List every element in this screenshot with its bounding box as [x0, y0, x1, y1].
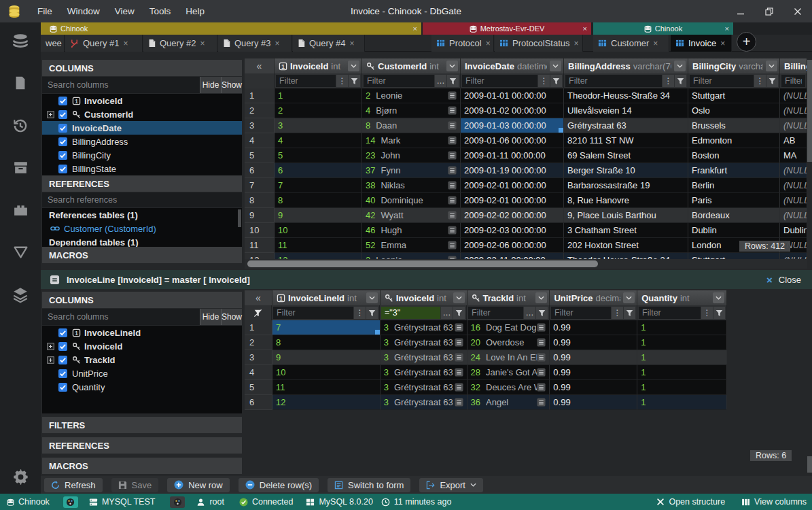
cell-address[interactable]: 69 Salem Street	[564, 148, 688, 163]
checkbox[interactable]	[58, 165, 67, 173]
menu-view[interactable]: View	[107, 6, 142, 16]
column-item-invoicelineid[interactable]: 1InvoiceLineId	[42, 326, 242, 339]
cell-id[interactable]: 4	[275, 133, 362, 148]
cell-track[interactable]: 28Janie's Got A Gun	[467, 365, 550, 380]
cell-state[interactable]: (NULL)	[780, 118, 807, 133]
search-references-input[interactable]	[42, 192, 242, 207]
open-reference-icon[interactable]	[537, 398, 546, 407]
checkbox[interactable]	[58, 124, 67, 133]
detail-hide-button[interactable]: Hide	[200, 309, 221, 325]
tab-protocolstatus[interactable]: ProtocolStatus×	[495, 35, 583, 52]
minimize-icon[interactable]	[726, 0, 755, 22]
filter-input-invoiceid[interactable]	[381, 307, 440, 319]
status-11-minutes-ago[interactable]: 11 minutes ago	[381, 497, 452, 507]
show-button[interactable]: Show	[221, 77, 242, 93]
detail-show-button[interactable]: Show	[221, 309, 242, 325]
cell-quantity[interactable]: 1	[637, 335, 727, 350]
cell-track[interactable]: 16Dog Eat Dog	[467, 320, 550, 335]
detail-search-columns-input[interactable]	[42, 309, 200, 325]
cell-line_id[interactable]: 7	[272, 320, 381, 335]
tab-query-#2[interactable]: Query #2×	[143, 35, 217, 52]
cell-state[interactable]: (NULL)	[780, 88, 807, 103]
cell-date[interactable]: 2009-02-03 00:00:00	[461, 223, 564, 238]
checkbox[interactable]	[58, 110, 67, 119]
palette-swatch[interactable]	[63, 496, 78, 508]
cell-date[interactable]: 2009-02-01 00:00:00	[461, 193, 564, 208]
cell-city[interactable]: Dublin	[688, 223, 780, 238]
checkbox[interactable]	[58, 328, 67, 337]
cell-state[interactable]: (NULL)	[780, 178, 807, 193]
column-menu-chevron[interactable]	[366, 292, 378, 303]
cell-track[interactable]: 24Love In An Elevator	[467, 350, 550, 365]
reference-link[interactable]: Customer (CustomerId)	[42, 222, 242, 235]
cell-quantity[interactable]: 1	[637, 365, 727, 380]
menu-help[interactable]: Help	[178, 6, 212, 16]
column-header-billingcity[interactable]: BillingCityvarchar	[688, 58, 780, 73]
database-color-swatch[interactable]	[63, 496, 78, 508]
filter-menu-icon[interactable]: ⋮	[663, 75, 674, 87]
cell-id[interactable]: 9	[275, 208, 362, 223]
close-tab-icon[interactable]: ×	[349, 39, 354, 48]
cell-city[interactable]: Paris	[688, 193, 780, 208]
column-menu-chevron[interactable]	[446, 61, 458, 71]
references-scrollbar[interactable]	[238, 209, 241, 227]
nav-plugins-icon[interactable]	[12, 201, 29, 220]
cell-date[interactable]: 2009-01-19 00:00:00	[461, 163, 564, 178]
cell-id[interactable]: 7	[275, 178, 362, 193]
tab-customer[interactable]: Customer×	[593, 35, 669, 52]
funnel-icon[interactable]	[713, 307, 725, 319]
cell-city[interactable]: Bordeaux	[688, 208, 780, 223]
column-item-billingcity[interactable]: BillingCity	[42, 148, 242, 162]
nav-filters-icon[interactable]	[12, 243, 29, 262]
cell-state[interactable]: (NULL)	[780, 208, 807, 223]
hide-button[interactable]: Hide	[200, 77, 221, 93]
cell-invoice[interactable]: 3Grétrystraat 63	[381, 335, 467, 350]
status-root[interactable]: root	[196, 497, 224, 507]
row-number[interactable]: 4	[245, 133, 275, 148]
row-number[interactable]: 6	[245, 395, 272, 410]
cell-invoice[interactable]: 3Grétrystraat 63	[381, 365, 467, 380]
close-group[interactable]: ×	[725, 24, 729, 33]
cell-id[interactable]: 6	[275, 163, 362, 178]
filter-ellipsis-icon[interactable]: …	[435, 75, 446, 87]
close-detail-button[interactable]: × Close	[766, 274, 801, 286]
column-menu-chevron[interactable]	[550, 61, 561, 71]
vertical-scrollbar[interactable]	[807, 58, 812, 269]
cell-customer[interactable]: 23John	[362, 148, 461, 163]
cell-address[interactable]: Ullevålsveien 14	[564, 103, 688, 118]
macros-panel-header[interactable]: MACROS	[42, 247, 242, 263]
horizontal-scrollbar[interactable]	[245, 259, 807, 269]
cell-unit_price[interactable]: 0.99	[550, 335, 637, 350]
cell-state[interactable]: MA	[780, 148, 807, 163]
column-header-trackid[interactable]: TrackIdint	[467, 290, 550, 305]
open-reference-icon[interactable]	[455, 383, 463, 392]
cell-unit_price[interactable]: 0.99	[550, 320, 637, 335]
checkbox[interactable]	[58, 369, 67, 378]
cell-date[interactable]: 2009-02-01 00:00:00	[461, 178, 564, 193]
column-header-invoiceid[interactable]: 1InvoiceIdint	[275, 58, 362, 73]
open-reference-icon[interactable]	[448, 106, 457, 115]
row-number[interactable]: 6	[245, 163, 275, 178]
row-number[interactable]: 5	[245, 380, 272, 395]
open-reference-icon[interactable]	[455, 353, 463, 362]
cell-address[interactable]: 8, Rue Hanovre	[564, 193, 688, 208]
column-header-unitprice[interactable]: UnitPricedecimal	[550, 290, 637, 305]
cell-customer[interactable]: 14Mark	[362, 133, 461, 148]
nav-files-icon[interactable]	[13, 75, 28, 94]
close-tab-icon[interactable]: ×	[653, 39, 658, 48]
cell-state[interactable]: (NULL)	[780, 103, 807, 118]
menu-file[interactable]: File	[30, 6, 60, 16]
cell-id[interactable]: 12	[275, 253, 362, 259]
cell-city[interactable]: Boston	[688, 148, 780, 163]
filter-input-customerid[interactable]	[364, 75, 434, 87]
cell-id[interactable]: 10	[275, 223, 362, 238]
column-header-invoicelineid[interactable]: 1InvoiceLineIdint	[272, 290, 381, 305]
row-number[interactable]: 2	[245, 103, 275, 118]
tab-query-#1[interactable]: Query #1×	[65, 35, 143, 52]
cell-id[interactable]: 2	[275, 103, 362, 118]
close-tab-icon[interactable]: ×	[574, 39, 579, 48]
funnel-icon[interactable]	[624, 307, 635, 319]
row-number[interactable]: 5	[245, 148, 275, 163]
open-reference-icon[interactable]	[448, 151, 457, 160]
cell-customer[interactable]: 42Wyatt	[362, 208, 461, 223]
